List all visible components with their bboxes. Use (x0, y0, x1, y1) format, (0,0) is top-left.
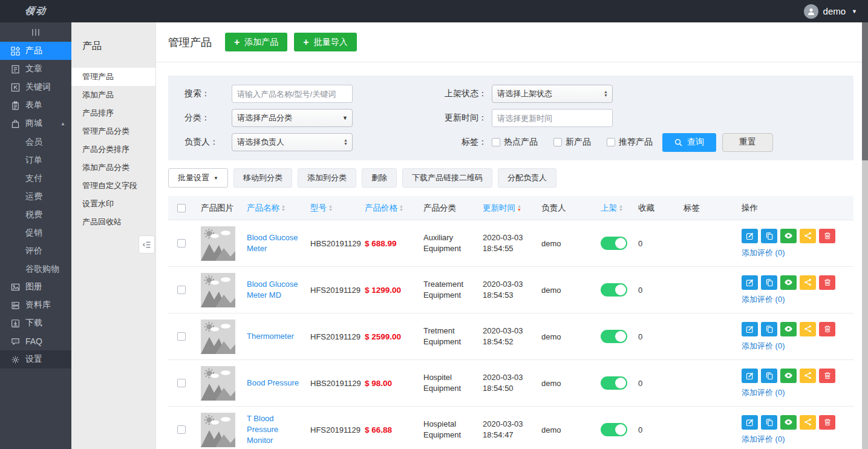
tag-checkbox-recommended[interactable] (607, 138, 615, 146)
row-delete-button[interactable] (819, 369, 835, 383)
add-review-link[interactable]: 添加评价 (0) (742, 294, 835, 305)
row-edit-button[interactable] (742, 229, 758, 243)
row-preview-button[interactable] (780, 229, 797, 243)
sidebar-item-products[interactable]: 产品 (0, 42, 71, 60)
bulk-import-button[interactable]: + 批量导入 (294, 33, 356, 51)
row-preview-button[interactable] (780, 369, 797, 383)
on-shelf-toggle[interactable] (601, 283, 627, 297)
submenu-item-manage-categories[interactable]: 管理产品分类 (71, 122, 155, 140)
row-delete-button[interactable] (819, 275, 835, 290)
row-share-button[interactable] (800, 275, 816, 290)
row-edit-button[interactable] (742, 369, 758, 383)
product-name-link[interactable]: Blood Glucose Meter (247, 232, 301, 254)
product-image[interactable] (201, 320, 235, 354)
sidebar-subitem-tax[interactable]: 税费 (0, 205, 71, 223)
row-copy-button[interactable] (761, 229, 777, 243)
on-shelf-toggle[interactable] (601, 376, 627, 390)
th-product-name[interactable]: 产品名称 ▲▼ (242, 203, 305, 214)
row-checkbox[interactable] (177, 379, 186, 387)
row-preview-button[interactable] (780, 275, 797, 290)
sidebar-item-keywords[interactable]: 关键词 (0, 78, 71, 96)
user-menu[interactable]: demo ▼ (804, 4, 868, 19)
row-delete-button[interactable] (819, 229, 835, 243)
tag-check-recommended[interactable]: 推荐产品 (607, 137, 653, 148)
sidebar-item-gallery[interactable]: 图册 (0, 278, 71, 296)
sidebar-subitem-reviews[interactable]: 评价 (0, 241, 71, 260)
row-checkbox[interactable] (177, 286, 186, 294)
product-image[interactable] (201, 366, 235, 401)
tag-check-new[interactable]: 新产品 (553, 137, 591, 148)
sidebar-subitem-google-shopping[interactable]: 谷歌购物 (0, 260, 71, 278)
sidebar-subitem-promotion[interactable]: 促销 (0, 223, 71, 241)
row-checkbox[interactable] (177, 332, 186, 341)
owner-select[interactable]: 请选择负责人 ▲▼ (232, 133, 353, 151)
row-share-button[interactable] (800, 415, 816, 430)
submenu-item-recycle-bin[interactable]: 产品回收站 (71, 213, 155, 231)
sidebar-item-downloads[interactable]: 下载 (0, 314, 71, 332)
sidebar-item-articles[interactable]: 文章 (0, 60, 71, 78)
row-share-button[interactable] (800, 322, 816, 336)
select-all-checkbox[interactable] (177, 204, 186, 212)
th-price[interactable]: 产品价格 ▲▼ (360, 203, 419, 214)
sidebar-item-library[interactable]: 资料库 (0, 296, 71, 314)
add-product-button[interactable]: + 添加产品 (225, 33, 287, 51)
row-share-button[interactable] (800, 369, 816, 383)
bulk-delete-button[interactable]: 删除 (362, 168, 397, 188)
status-select[interactable]: 请选择上架状态 ▲▼ (492, 85, 613, 103)
on-shelf-toggle[interactable] (601, 423, 627, 436)
product-image[interactable] (201, 413, 235, 447)
bulk-add-to-category-button[interactable]: 添加到分类 (298, 168, 356, 188)
row-edit-button[interactable] (742, 322, 758, 336)
sidebar-item-settings[interactable]: 设置 (0, 350, 71, 369)
add-review-link[interactable]: 添加评价 (0) (742, 341, 835, 352)
submenu-item-manage-products[interactable]: 管理产品 (71, 68, 155, 86)
add-review-link[interactable]: 添加评价 (0) (742, 434, 835, 445)
product-name-link[interactable]: T Blood Pressure Monitor (247, 413, 301, 446)
submenu-item-category-sort[interactable]: 产品分类排序 (71, 140, 155, 159)
sidebar-item-faq[interactable]: FAQ (0, 332, 71, 350)
sidebar-item-forms[interactable]: 表单 (0, 96, 71, 114)
row-preview-button[interactable] (780, 322, 797, 336)
submenu-item-watermark[interactable]: 设置水印 (71, 195, 155, 213)
row-checkbox[interactable] (177, 425, 186, 434)
scrollbar-thumb[interactable] (862, 22, 868, 160)
sidebar-subitem-members[interactable]: 会员 (0, 133, 71, 151)
tag-checkbox-hot[interactable] (492, 138, 500, 146)
on-shelf-toggle[interactable] (601, 330, 627, 343)
submenu-item-product-sort[interactable]: 产品排序 (71, 104, 155, 122)
on-shelf-toggle[interactable] (601, 237, 627, 250)
bulk-bulk-set-button[interactable]: 批量设置 ▼ (168, 168, 228, 188)
add-review-link[interactable]: 添加评价 (0) (742, 387, 835, 398)
search-input[interactable] (232, 85, 353, 103)
row-delete-button[interactable] (819, 322, 835, 336)
product-name-link[interactable]: Bood Pressure (247, 378, 299, 388)
sidebar-subitem-payment[interactable]: 支付 (0, 169, 71, 187)
tag-check-hot[interactable]: 热点产品 (492, 137, 538, 148)
product-name-link[interactable]: Thermometer (247, 331, 294, 342)
th-model[interactable]: 型号 ▲▼ (305, 203, 360, 214)
category-select[interactable]: 请选择产品分类 ▼ (232, 109, 353, 127)
bulk-assign-owner-button[interactable]: 分配负责人 (498, 168, 556, 188)
reset-button[interactable]: 重置 (722, 133, 773, 152)
submenu-item-custom-fields[interactable]: 管理自定义字段 (71, 177, 155, 195)
sidebar-item-mall[interactable]: 商城 ▲ (0, 114, 71, 133)
bulk-move-to-category-button[interactable]: 移动到分类 (233, 168, 292, 188)
product-image[interactable] (201, 273, 235, 307)
query-button[interactable]: 查询 (662, 133, 716, 152)
row-edit-button[interactable] (742, 275, 758, 290)
row-copy-button[interactable] (761, 415, 777, 430)
row-share-button[interactable] (800, 229, 816, 243)
update-time-input[interactable] (492, 109, 613, 127)
sidebar-subitem-orders[interactable]: 订单 (0, 151, 71, 169)
bulk-download-qrcode-button[interactable]: 下载产品链接二维码 (402, 168, 492, 188)
product-name-link[interactable]: Blood Glucose Meter MD (247, 279, 301, 301)
row-delete-button[interactable] (819, 415, 835, 430)
tag-checkbox-new[interactable] (553, 138, 562, 146)
add-review-link[interactable]: 添加评价 (0) (742, 247, 835, 258)
row-checkbox[interactable] (177, 239, 186, 247)
row-copy-button[interactable] (761, 275, 777, 290)
sidebar-collapse-handle[interactable] (0, 22, 71, 42)
row-copy-button[interactable] (761, 322, 777, 336)
th-updated[interactable]: 更新时间 ▲▼ (478, 203, 537, 214)
product-image[interactable] (201, 226, 235, 261)
